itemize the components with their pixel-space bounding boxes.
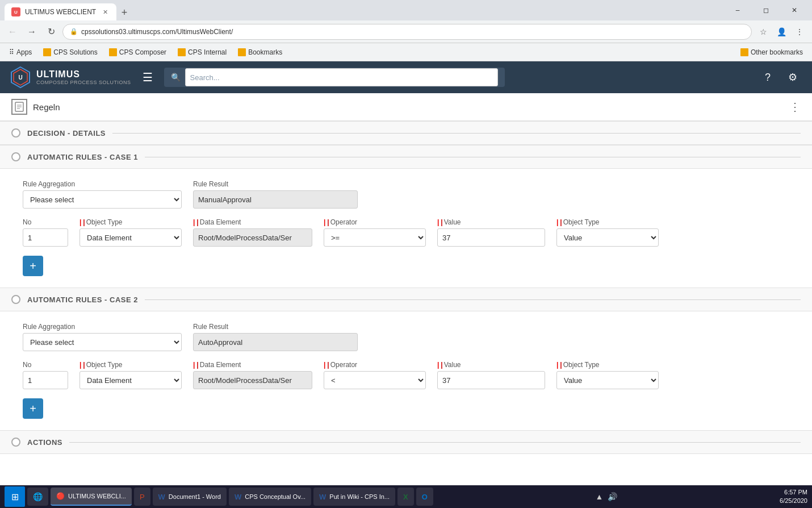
section-divider <box>112 133 801 134</box>
back-button[interactable]: ← <box>5 24 20 40</box>
page-menu-button[interactable]: ⋮ <box>789 100 801 114</box>
taskbar-outlook[interactable]: O <box>416 488 433 506</box>
taskbar-word-cps[interactable]: W CPS Conceptual Ov... <box>229 488 311 506</box>
settings-button[interactable]: ⚙ <box>782 67 803 88</box>
case2-operator-select[interactable]: >= <= > < == != <box>324 371 426 389</box>
case2-object-type2-select[interactable]: Value Data Element Variable <box>556 371 659 389</box>
taskbar-ie[interactable]: 🌐 <box>27 488 48 506</box>
close-tab-button[interactable]: ✕ <box>101 7 110 16</box>
col-objtype-label: |Object Type <box>79 218 123 226</box>
case1-rule-aggregation-label: Rule Aggregation <box>23 180 182 188</box>
search-input[interactable] <box>185 68 498 86</box>
case1-header: AUTOMATIC RULES - CASE 1 <box>0 145 812 169</box>
case2-data-element-input[interactable] <box>193 371 312 389</box>
help-button[interactable]: ? <box>757 67 778 88</box>
col-value-label: |Value <box>437 218 461 226</box>
browser-tabs: U ULTIMUS WEBCLIENT ✕ + <box>5 0 132 20</box>
case2-object-type-select[interactable]: Data Element Value Variable <box>79 371 182 389</box>
case1-row-1: Data Element Value Variable >= <= > < ==… <box>23 228 789 247</box>
bookmark-star[interactable]: ☆ <box>755 24 771 40</box>
case1-add-button[interactable]: + <box>23 256 43 276</box>
search-bar[interactable]: 🔍 <box>164 68 505 87</box>
col-operator-label: |Operator <box>324 361 357 369</box>
close-button[interactable]: ✕ <box>781 2 807 19</box>
case1-operator-select[interactable]: >= <= > < == != <box>324 228 426 247</box>
logo-area: U ULTIMUS COMPOSED PROCESS SOLUTIONS <box>9 66 131 89</box>
col-datael-label: |Data Element <box>193 218 241 226</box>
hamburger-button[interactable]: ☰ <box>140 68 155 86</box>
bookmark-cps-internal[interactable]: CPS Internal <box>173 47 231 57</box>
taskbar-system-icons: ▲ 🔊 <box>596 492 618 501</box>
folder-icon <box>178 48 186 56</box>
new-tab-button[interactable]: + <box>116 5 132 20</box>
col-no-label: No <box>23 218 31 226</box>
svg-text:U: U <box>18 74 22 81</box>
forward-button[interactable]: → <box>24 24 40 40</box>
reload-button[interactable]: ↻ <box>43 24 59 40</box>
ultimus-logo: U <box>9 66 32 89</box>
logo-text: ULTIMUS COMPOSED PROCESS SOLUTIONS <box>36 69 131 85</box>
active-tab[interactable]: U ULTIMUS WEBCLIENT ✕ <box>5 3 116 20</box>
profile-icon[interactable]: 👤 <box>773 24 789 40</box>
browser-chrome: U ULTIMUS WEBCLIENT ✕ + – ◻ ✕ ← → ↻ 🔒 cp… <box>0 0 812 61</box>
decision-details-title: DECISION - DETAILS <box>27 129 106 138</box>
taskbar-powerpoint[interactable]: P <box>134 488 150 506</box>
actions-header: ACTIONS <box>0 430 812 454</box>
address-bar[interactable]: 🔒 cpssolutions03.ultimuscps.com/UltimusW… <box>62 24 752 40</box>
taskbar-word-doc1[interactable]: W Document1 - Word <box>153 488 227 506</box>
decision-details-header: DECISION - DETAILS <box>0 121 812 145</box>
taskbar-ultimus[interactable]: 🔴 ULTIMUS WEBCLI... <box>51 488 132 506</box>
case1-content: Rule Aggregation Please select AND OR Ru… <box>0 169 812 288</box>
case2-value-input[interactable] <box>437 371 545 389</box>
maximize-button[interactable]: ◻ <box>753 2 779 19</box>
case2-no-input[interactable] <box>23 371 68 389</box>
case2-rule-aggregation-label: Rule Aggregation <box>23 323 182 331</box>
network-icon: ▲ <box>596 492 604 501</box>
case1-rule-aggregation-group: Rule Aggregation Please select AND OR <box>23 180 182 209</box>
folder-icon <box>109 48 117 56</box>
volume-icon: 🔊 <box>608 492 617 501</box>
case2-rule-result-input[interactable] <box>193 333 358 351</box>
app-header: U ULTIMUS COMPOSED PROCESS SOLUTIONS ☰ 🔍… <box>0 61 812 93</box>
decision-details-section: DECISION - DETAILS <box>0 121 812 145</box>
url-text: cpssolutions03.ultimuscps.com/UltimusWeb… <box>81 28 233 36</box>
taskbar: ⊞ 🌐 🔴 ULTIMUS WEBCLI... P W Document1 - … <box>0 485 812 508</box>
case1-rule-result-input[interactable] <box>193 190 358 209</box>
folder-icon <box>238 48 246 56</box>
minimize-button[interactable]: – <box>725 2 751 19</box>
search-icon: 🔍 <box>171 73 181 82</box>
start-button[interactable]: ⊞ <box>5 486 25 507</box>
window-controls: – ◻ ✕ <box>725 2 807 19</box>
taskbar-word-wiki[interactable]: W Put in Wiki - CPS In... <box>313 488 395 506</box>
bookmark-cps-solutions[interactable]: CPS Solutions <box>39 47 102 57</box>
case1-data-element-input[interactable] <box>193 228 312 247</box>
case1-no-input[interactable] <box>23 228 68 247</box>
case1-value-input[interactable] <box>437 228 545 247</box>
case1-object-type2-select[interactable]: Value Data Element Variable <box>556 228 659 247</box>
case1-title: AUTOMATIC RULES - CASE 1 <box>27 153 138 161</box>
col-no-label: No <box>23 361 31 369</box>
case1-rule-aggregation-select[interactable]: Please select AND OR <box>23 190 182 209</box>
case2-rule-result-label: Rule Result <box>193 323 358 331</box>
col-objtype2-label: |Object Type <box>556 218 600 226</box>
page-icon <box>11 99 27 115</box>
case1-rule-result-group: Rule Result <box>193 180 358 209</box>
tab-favicon: U <box>11 7 20 16</box>
case2-rule-result-group: Rule Result <box>193 323 358 351</box>
actions-title: ACTIONS <box>27 438 62 447</box>
bookmark-other[interactable]: Other bookmarks <box>736 47 807 57</box>
case1-object-type-select[interactable]: Data Element Value Variable <box>79 228 182 247</box>
bookmarks-bar: ⠿ Apps CPS Solutions CPS Composer CPS In… <box>0 43 812 61</box>
taskbar-excel[interactable]: X <box>397 488 414 506</box>
case2-row-1: Data Element Value Variable >= <= > < ==… <box>23 371 789 389</box>
more-options-button[interactable]: ⋮ <box>792 24 807 40</box>
case2-rule-aggregation-select[interactable]: Please select AND OR <box>23 333 182 351</box>
bookmark-bookmarks[interactable]: Bookmarks <box>233 47 287 57</box>
case1-section: AUTOMATIC RULES - CASE 1 Rule Aggregatio… <box>0 145 812 288</box>
section-divider <box>145 299 801 300</box>
col-objtype-label: |Object Type <box>79 361 123 369</box>
bookmark-apps[interactable]: ⠿ Apps <box>5 47 36 57</box>
case2-header: AUTOMATIC RULES - CASE 2 <box>0 288 812 311</box>
bookmark-cps-composer[interactable]: CPS Composer <box>104 47 171 57</box>
case2-add-button[interactable]: + <box>23 398 43 419</box>
